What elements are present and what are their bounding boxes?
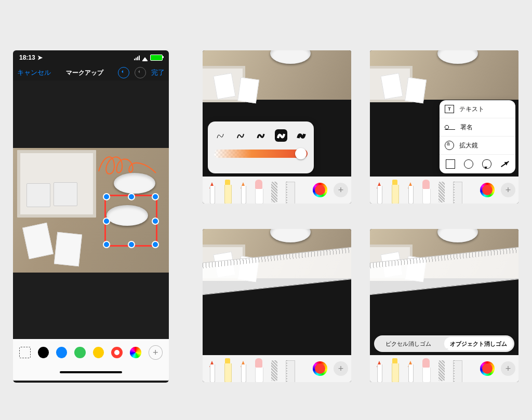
pencil-tool[interactable]	[404, 180, 417, 204]
add-button[interactable]: +	[334, 183, 348, 197]
menu-label: 拡大鏡	[459, 141, 478, 150]
tool-row: 80 75 × +	[203, 177, 351, 204]
ruler-tool-selected[interactable]	[284, 358, 296, 382]
resize-handle[interactable]	[152, 241, 159, 248]
add-button[interactable]: +	[334, 361, 348, 376]
lasso-tool[interactable]	[268, 358, 281, 382]
pencil-tool[interactable]	[237, 180, 249, 204]
color-swatch-blue[interactable]	[56, 347, 67, 358]
color-picker[interactable]	[480, 183, 495, 197]
signature-icon	[445, 124, 455, 130]
lasso-tool[interactable]	[435, 180, 448, 204]
marker-tool[interactable]: 75	[221, 180, 234, 204]
marker-tool[interactable]: 75	[389, 180, 401, 204]
photo-canvas[interactable]	[13, 148, 169, 273]
shape-circle-button[interactable]	[464, 159, 473, 169]
lasso-tool[interactable]	[268, 180, 281, 204]
text-icon: T	[445, 105, 454, 113]
color-swatch-yellow[interactable]	[93, 347, 104, 358]
eraser-mode-pixel[interactable]: ピクセル消しゴム	[374, 340, 443, 348]
color-swatch-black[interactable]	[38, 347, 49, 358]
eraser-mode-segmented: ピクセル消しゴム オブジェクト消しゴム	[374, 335, 514, 352]
pencil-tool[interactable]	[237, 358, 249, 382]
resize-handle[interactable]	[103, 193, 110, 200]
resize-handle[interactable]	[152, 218, 159, 225]
shape-arrow-button[interactable]	[501, 161, 509, 167]
shape-square-button[interactable]	[446, 159, 455, 169]
cell-signal-icon	[134, 55, 140, 60]
add-button[interactable]: +	[501, 361, 515, 376]
status-bar: 18:13 ➤	[13, 50, 169, 65]
stroke-weight-2[interactable]	[234, 129, 247, 142]
tool-row: 80 75 × +	[203, 355, 351, 382]
menu-item-text[interactable]: T テキスト	[440, 100, 515, 118]
eraser-tool[interactable]: ×	[252, 180, 265, 204]
redo-button	[135, 67, 146, 78]
color-toolbar: +	[13, 339, 169, 366]
add-shape-button[interactable]: +	[149, 345, 163, 360]
color-picker[interactable]	[313, 183, 327, 197]
add-button[interactable]: +	[501, 183, 515, 197]
stroke-weight-4-selected[interactable]	[275, 129, 287, 142]
stroke-weight-row	[214, 127, 308, 144]
color-picker-button[interactable]	[130, 347, 141, 358]
lasso-tool[interactable]	[435, 358, 448, 382]
markup-add-menu-screenshot: T テキスト 署名 拡大鏡 80 75 × +	[370, 50, 518, 204]
status-right	[134, 54, 163, 61]
eraser-tool[interactable]: ×	[252, 358, 265, 382]
pen-tool[interactable]: 80	[373, 358, 385, 382]
nav-bar: キャンセル マークアップ 完了	[13, 65, 169, 80]
shape-speech-bubble-button[interactable]	[482, 159, 491, 169]
opacity-slider[interactable]	[214, 150, 308, 158]
menu-label: テキスト	[459, 105, 484, 114]
stroke-weight-3[interactable]	[255, 129, 267, 142]
ruler-tool[interactable]	[451, 358, 463, 382]
nav-title: マークアップ	[51, 69, 118, 77]
resize-handle[interactable]	[128, 241, 135, 248]
markup-ruler-screenshot: 80 75 × +	[203, 229, 351, 382]
stroke-weight-5[interactable]	[295, 129, 308, 142]
resize-handle[interactable]	[128, 193, 135, 200]
cancel-button[interactable]: キャンセル	[17, 68, 51, 77]
color-picker[interactable]	[480, 361, 495, 376]
add-menu-popover: T テキスト 署名 拡大鏡	[440, 100, 515, 173]
slider-knob[interactable]	[295, 148, 307, 159]
undo-button[interactable]	[118, 67, 129, 78]
ruler-tool[interactable]	[451, 180, 463, 204]
menu-shapes-row	[440, 155, 515, 173]
photo-strip	[370, 229, 518, 278]
menu-item-signature[interactable]: 署名	[440, 118, 515, 137]
pen-tool[interactable]: 80	[373, 180, 385, 204]
resize-handle[interactable]	[103, 218, 110, 225]
eraser-tool[interactable]: ×	[420, 180, 432, 204]
battery-icon	[150, 55, 163, 61]
resize-handle[interactable]	[152, 193, 159, 200]
markup-eraser-mode-screenshot: ピクセル消しゴム オブジェクト消しゴム 80 75 × +	[370, 229, 518, 382]
letterbox-bottom	[13, 273, 169, 339]
status-time: 18:13	[19, 54, 35, 61]
selected-rectangle-shape[interactable]	[104, 195, 157, 247]
marker-tool[interactable]: 75	[221, 358, 234, 382]
resize-handle[interactable]	[103, 241, 110, 248]
photo-strip	[203, 50, 351, 100]
shape-style-button[interactable]	[19, 347, 31, 358]
done-button[interactable]: 完了	[151, 68, 165, 77]
marker-tool[interactable]: 75	[389, 358, 401, 382]
pencil-tool[interactable]	[404, 358, 417, 382]
pen-tool-selected[interactable]: 80	[206, 180, 218, 204]
wifi-icon	[142, 54, 148, 61]
tool-row: 80 75 × +	[370, 177, 518, 204]
menu-item-magnifier[interactable]: 拡大鏡	[440, 137, 515, 155]
magnifier-icon	[445, 141, 454, 150]
location-icon: ➤	[37, 54, 43, 61]
color-picker[interactable]	[313, 361, 327, 376]
ruler-tool[interactable]	[284, 180, 296, 204]
home-indicator	[13, 366, 169, 381]
color-swatch-red-selected[interactable]	[111, 347, 123, 358]
eraser-mode-object-selected[interactable]: オブジェクト消しゴム	[444, 337, 513, 350]
pen-tool[interactable]: 80	[206, 358, 218, 382]
photo-strip	[203, 229, 351, 278]
eraser-tool-selected[interactable]: ×	[420, 358, 432, 382]
color-swatch-green[interactable]	[74, 347, 85, 358]
stroke-weight-1[interactable]	[214, 129, 227, 142]
